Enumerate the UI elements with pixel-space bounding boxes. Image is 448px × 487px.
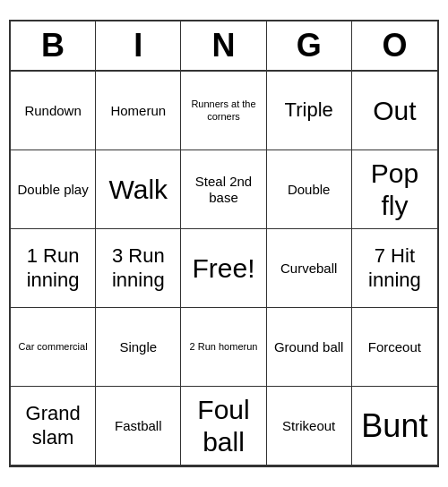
bingo-letter: G — [267, 21, 352, 70]
cell-text: Bunt — [361, 406, 427, 445]
cell-text: 7 Hit inning — [356, 244, 434, 292]
bingo-cell-22[interactable]: Foul ball — [181, 387, 266, 466]
cell-text: Strikeout — [282, 418, 335, 434]
bingo-letter: B — [11, 21, 96, 70]
bingo-cell-4[interactable]: Out — [352, 72, 437, 150]
bingo-letter: N — [181, 21, 266, 70]
cell-text: Homerun — [110, 103, 166, 119]
bingo-cell-21[interactable]: Fastball — [96, 387, 181, 466]
bingo-letter: O — [352, 21, 437, 70]
cell-text: Foul ball — [185, 394, 262, 458]
cell-text: 1 Run inning — [14, 244, 91, 292]
cell-text: Ground ball — [274, 339, 344, 355]
bingo-cell-6[interactable]: Walk — [96, 150, 181, 229]
cell-text: Double — [288, 182, 331, 198]
cell-text: 3 Run inning — [99, 244, 177, 292]
cell-text: Pop fly — [356, 158, 434, 222]
bingo-cell-13[interactable]: Curveball — [267, 229, 352, 308]
bingo-cell-16[interactable]: Single — [96, 308, 181, 387]
bingo-header: BINGO — [11, 21, 437, 72]
cell-text: 2 Run homerun — [190, 341, 258, 353]
bingo-cell-24[interactable]: Bunt — [352, 387, 437, 466]
cell-text: Grand slam — [14, 402, 91, 449]
bingo-cell-3[interactable]: Triple — [267, 72, 352, 150]
bingo-cell-9[interactable]: Pop fly — [352, 150, 437, 229]
bingo-cell-10[interactable]: 1 Run inning — [11, 229, 96, 308]
bingo-cell-8[interactable]: Double — [267, 150, 352, 229]
cell-text: Free! — [192, 252, 254, 285]
bingo-cell-15[interactable]: Car commercial — [11, 308, 96, 387]
bingo-cell-2[interactable]: Runners at the corners — [181, 72, 266, 150]
cell-text: Double play — [17, 182, 88, 198]
cell-text: Rundown — [24, 103, 81, 119]
bingo-cell-11[interactable]: 3 Run inning — [96, 229, 181, 308]
cell-text: Steal 2nd base — [185, 174, 262, 206]
cell-text: Triple — [285, 98, 333, 122]
bingo-cell-5[interactable]: Double play — [11, 150, 96, 229]
bingo-cell-1[interactable]: Homerun — [96, 72, 181, 150]
cell-text: Out — [373, 95, 416, 127]
bingo-cell-23[interactable]: Strikeout — [267, 387, 352, 466]
cell-text: Runners at the corners — [185, 98, 262, 122]
bingo-cell-18[interactable]: Ground ball — [267, 308, 352, 387]
cell-text: Single — [119, 339, 157, 355]
bingo-card: BINGO RundownHomerunRunners at the corne… — [9, 20, 439, 467]
bingo-cell-20[interactable]: Grand slam — [11, 387, 96, 466]
bingo-cell-0[interactable]: Rundown — [11, 72, 96, 150]
bingo-cell-7[interactable]: Steal 2nd base — [181, 150, 266, 229]
cell-text: Fastball — [115, 418, 162, 434]
bingo-cell-17[interactable]: 2 Run homerun — [181, 308, 266, 387]
bingo-letter: I — [96, 21, 181, 70]
cell-text: Curveball — [280, 261, 337, 277]
bingo-cell-12[interactable]: Free! — [181, 229, 266, 308]
cell-text: Car commercial — [19, 341, 88, 353]
cell-text: Walk — [109, 174, 168, 206]
bingo-grid: RundownHomerunRunners at the cornersTrip… — [11, 72, 437, 466]
bingo-cell-19[interactable]: Forceout — [352, 308, 437, 387]
bingo-cell-14[interactable]: 7 Hit inning — [352, 229, 437, 308]
cell-text: Forceout — [368, 339, 421, 355]
